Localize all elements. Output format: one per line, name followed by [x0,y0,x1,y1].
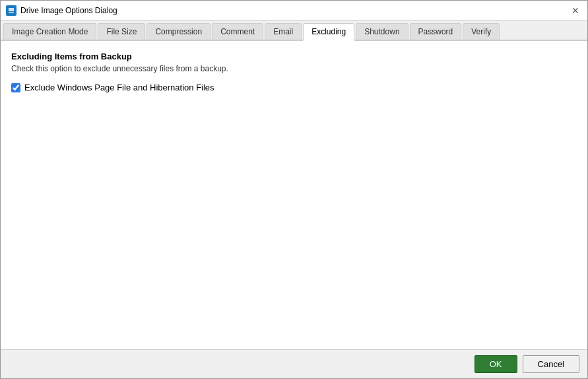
tab-comment[interactable]: Comment [212,23,263,40]
svg-rect-2 [9,12,14,13]
tab-compression[interactable]: Compression [147,23,211,40]
exclude-checkbox-row: Exclude Windows Page File and Hibernatio… [11,83,577,92]
dialog-title: Drive Image Options Dialog [20,6,117,15]
title-bar: Drive Image Options Dialog ✕ [1,1,587,20]
tab-email[interactable]: Email [265,23,302,40]
dialog: Drive Image Options Dialog ✕ Image Creat… [0,0,588,379]
tab-bar: Image Creation Mode File Size Compressio… [1,20,587,41]
tab-excluding[interactable]: Excluding [303,23,354,41]
tab-verify[interactable]: Verify [463,23,500,40]
section-title: Excluding Items from Backup [11,52,577,61]
exclude-checkbox[interactable] [11,83,20,92]
ok-button[interactable]: OK [474,355,517,373]
tab-password[interactable]: Password [410,23,462,40]
tab-shutdown[interactable]: Shutdown [356,23,408,40]
footer: OK Cancel [1,349,587,378]
tab-image-creation-mode[interactable]: Image Creation Mode [3,23,96,40]
close-button[interactable]: ✕ [569,4,582,17]
title-bar-left: Drive Image Options Dialog [6,5,117,16]
exclude-checkbox-label[interactable]: Exclude Windows Page File and Hibernatio… [24,83,214,92]
content-area: Excluding Items from Backup Check this o… [1,41,587,349]
section-desc: Check this option to exclude unnecessary… [11,64,577,73]
disk-icon [6,5,16,16]
tab-file-size[interactable]: File Size [98,23,145,40]
svg-rect-1 [9,8,14,11]
cancel-button[interactable]: Cancel [523,355,579,373]
